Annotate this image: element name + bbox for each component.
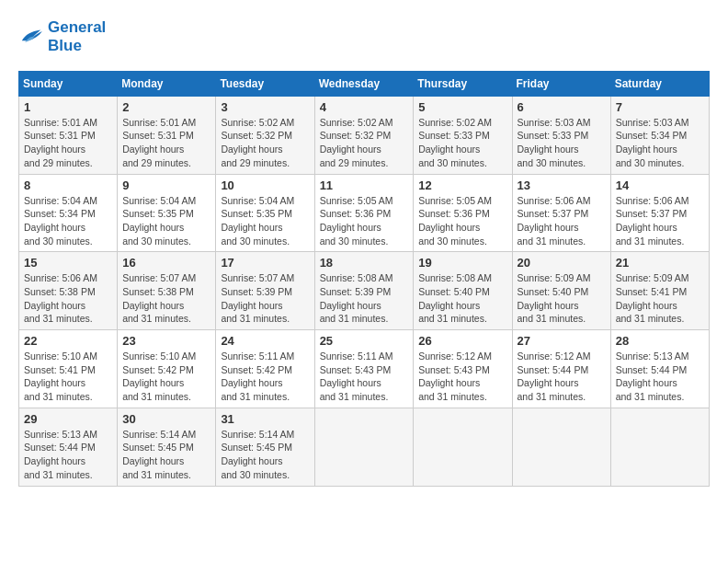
day-number: 6 — [518, 100, 606, 114]
page-header: General Blue — [18, 18, 710, 56]
day-info: Sunrise: 5:08 AM Sunset: 5:40 PM Dayligh… — [418, 271, 506, 326]
day-cell: 3 Sunrise: 5:02 AM Sunset: 5:32 PM Dayli… — [216, 96, 314, 174]
day-info: Sunrise: 5:12 AM Sunset: 5:43 PM Dayligh… — [418, 350, 506, 404]
day-number: 23 — [122, 334, 210, 348]
day-info: Sunrise: 5:04 AM Sunset: 5:34 PM Dayligh… — [24, 194, 112, 248]
day-info: Sunrise: 5:11 AM Sunset: 5:42 PM Dayligh… — [221, 350, 309, 404]
day-info: Sunrise: 5:05 AM Sunset: 5:36 PM Dayligh… — [418, 194, 506, 248]
day-cell: 27 Sunrise: 5:12 AM Sunset: 5:44 PM Dayl… — [512, 330, 610, 408]
day-info: Sunrise: 5:01 AM Sunset: 5:31 PM Dayligh… — [24, 116, 112, 170]
day-number: 16 — [122, 256, 210, 270]
week-row-3: 15 Sunrise: 5:06 AM Sunset: 5:38 PM Dayl… — [19, 252, 710, 330]
day-cell: 17 Sunrise: 5:07 AM Sunset: 5:39 PM Dayl… — [216, 252, 314, 330]
header-row: SundayMondayTuesdayWednesdayThursdayFrid… — [19, 71, 710, 96]
day-cell: 11 Sunrise: 5:05 AM Sunset: 5:36 PM Dayl… — [314, 174, 414, 252]
day-info: Sunrise: 5:08 AM Sunset: 5:39 PM Dayligh… — [320, 271, 409, 326]
day-info: Sunrise: 5:03 AM Sunset: 5:34 PM Dayligh… — [616, 116, 704, 170]
week-row-4: 22 Sunrise: 5:10 AM Sunset: 5:41 PM Dayl… — [19, 330, 710, 408]
day-info: Sunrise: 5:04 AM Sunset: 5:35 PM Dayligh… — [221, 194, 309, 248]
day-number: 3 — [221, 100, 309, 114]
day-number: 2 — [122, 100, 210, 114]
day-info: Sunrise: 5:09 AM Sunset: 5:41 PM Dayligh… — [616, 271, 704, 326]
header-cell-friday: Friday — [512, 71, 610, 96]
day-cell: 8 Sunrise: 5:04 AM Sunset: 5:34 PM Dayli… — [19, 174, 118, 252]
day-number: 19 — [418, 256, 506, 270]
day-number: 13 — [518, 178, 606, 192]
day-number: 18 — [320, 256, 409, 270]
week-row-1: 1 Sunrise: 5:01 AM Sunset: 5:31 PM Dayli… — [19, 96, 710, 174]
day-cell: 2 Sunrise: 5:01 AM Sunset: 5:31 PM Dayli… — [118, 96, 216, 174]
day-info: Sunrise: 5:13 AM Sunset: 5:44 PM Dayligh… — [24, 428, 112, 482]
day-cell: 15 Sunrise: 5:06 AM Sunset: 5:38 PM Dayl… — [19, 252, 118, 330]
day-cell: 6 Sunrise: 5:03 AM Sunset: 5:33 PM Dayli… — [512, 96, 610, 174]
day-cell: 19 Sunrise: 5:08 AM Sunset: 5:40 PM Dayl… — [414, 252, 512, 330]
day-cell: 14 Sunrise: 5:06 AM Sunset: 5:37 PM Dayl… — [610, 174, 709, 252]
day-cell: 26 Sunrise: 5:12 AM Sunset: 5:43 PM Dayl… — [414, 330, 512, 408]
day-cell: 31 Sunrise: 5:14 AM Sunset: 5:45 PM Dayl… — [216, 408, 314, 486]
day-number: 7 — [616, 100, 704, 114]
day-number: 14 — [616, 178, 704, 192]
header-cell-thursday: Thursday — [414, 71, 512, 96]
day-info: Sunrise: 5:02 AM Sunset: 5:32 PM Dayligh… — [221, 116, 309, 170]
day-info: Sunrise: 5:11 AM Sunset: 5:43 PM Dayligh… — [320, 350, 409, 404]
day-info: Sunrise: 5:09 AM Sunset: 5:40 PM Dayligh… — [518, 271, 606, 326]
logo-text: General Blue — [48, 18, 106, 56]
day-number: 21 — [616, 256, 704, 270]
day-info: Sunrise: 5:14 AM Sunset: 5:45 PM Dayligh… — [122, 428, 210, 482]
day-number: 11 — [320, 178, 409, 192]
day-info: Sunrise: 5:14 AM Sunset: 5:45 PM Dayligh… — [221, 428, 309, 482]
day-info: Sunrise: 5:10 AM Sunset: 5:41 PM Dayligh… — [24, 350, 112, 404]
day-number: 25 — [320, 334, 409, 348]
day-cell — [512, 408, 610, 486]
logo-icon — [18, 27, 44, 47]
day-cell: 23 Sunrise: 5:10 AM Sunset: 5:42 PM Dayl… — [118, 330, 216, 408]
day-cell: 16 Sunrise: 5:07 AM Sunset: 5:38 PM Dayl… — [118, 252, 216, 330]
day-number: 24 — [221, 334, 309, 348]
day-number: 31 — [221, 412, 309, 426]
day-cell: 30 Sunrise: 5:14 AM Sunset: 5:45 PM Dayl… — [118, 408, 216, 486]
day-cell: 28 Sunrise: 5:13 AM Sunset: 5:44 PM Dayl… — [610, 330, 709, 408]
day-number: 9 — [122, 178, 210, 192]
logo: General Blue — [18, 18, 106, 56]
day-cell: 29 Sunrise: 5:13 AM Sunset: 5:44 PM Dayl… — [19, 408, 118, 486]
day-cell: 12 Sunrise: 5:05 AM Sunset: 5:36 PM Dayl… — [414, 174, 512, 252]
day-cell: 5 Sunrise: 5:02 AM Sunset: 5:33 PM Dayli… — [414, 96, 512, 174]
day-cell: 18 Sunrise: 5:08 AM Sunset: 5:39 PM Dayl… — [314, 252, 414, 330]
day-number: 15 — [24, 256, 112, 270]
day-cell: 20 Sunrise: 5:09 AM Sunset: 5:40 PM Dayl… — [512, 252, 610, 330]
day-cell: 25 Sunrise: 5:11 AM Sunset: 5:43 PM Dayl… — [314, 330, 414, 408]
day-number: 29 — [24, 412, 112, 426]
day-info: Sunrise: 5:01 AM Sunset: 5:31 PM Dayligh… — [122, 116, 210, 170]
week-row-2: 8 Sunrise: 5:04 AM Sunset: 5:34 PM Dayli… — [19, 174, 710, 252]
day-number: 5 — [418, 100, 506, 114]
day-info: Sunrise: 5:06 AM Sunset: 5:37 PM Dayligh… — [518, 194, 606, 248]
day-number: 27 — [518, 334, 606, 348]
day-cell — [414, 408, 512, 486]
day-info: Sunrise: 5:04 AM Sunset: 5:35 PM Dayligh… — [122, 194, 210, 248]
calendar-table: SundayMondayTuesdayWednesdayThursdayFrid… — [18, 71, 710, 487]
day-number: 30 — [122, 412, 210, 426]
day-number: 1 — [24, 100, 112, 114]
day-number: 22 — [24, 334, 112, 348]
day-cell — [610, 408, 709, 486]
day-info: Sunrise: 5:02 AM Sunset: 5:32 PM Dayligh… — [320, 116, 409, 170]
day-info: Sunrise: 5:10 AM Sunset: 5:42 PM Dayligh… — [122, 350, 210, 404]
day-cell: 9 Sunrise: 5:04 AM Sunset: 5:35 PM Dayli… — [118, 174, 216, 252]
day-cell: 22 Sunrise: 5:10 AM Sunset: 5:41 PM Dayl… — [19, 330, 118, 408]
day-info: Sunrise: 5:07 AM Sunset: 5:38 PM Dayligh… — [122, 271, 210, 326]
day-info: Sunrise: 5:05 AM Sunset: 5:36 PM Dayligh… — [320, 194, 409, 248]
day-info: Sunrise: 5:07 AM Sunset: 5:39 PM Dayligh… — [221, 271, 309, 326]
day-cell: 7 Sunrise: 5:03 AM Sunset: 5:34 PM Dayli… — [610, 96, 709, 174]
week-row-5: 29 Sunrise: 5:13 AM Sunset: 5:44 PM Dayl… — [19, 408, 710, 486]
header-cell-sunday: Sunday — [19, 71, 118, 96]
day-cell — [314, 408, 414, 486]
day-number: 28 — [616, 334, 704, 348]
header-cell-tuesday: Tuesday — [216, 71, 314, 96]
day-info: Sunrise: 5:06 AM Sunset: 5:38 PM Dayligh… — [24, 271, 112, 326]
day-info: Sunrise: 5:12 AM Sunset: 5:44 PM Dayligh… — [518, 350, 606, 404]
day-number: 20 — [518, 256, 606, 270]
day-number: 17 — [221, 256, 309, 270]
day-number: 10 — [221, 178, 309, 192]
day-info: Sunrise: 5:02 AM Sunset: 5:33 PM Dayligh… — [418, 116, 506, 170]
day-number: 26 — [418, 334, 506, 348]
